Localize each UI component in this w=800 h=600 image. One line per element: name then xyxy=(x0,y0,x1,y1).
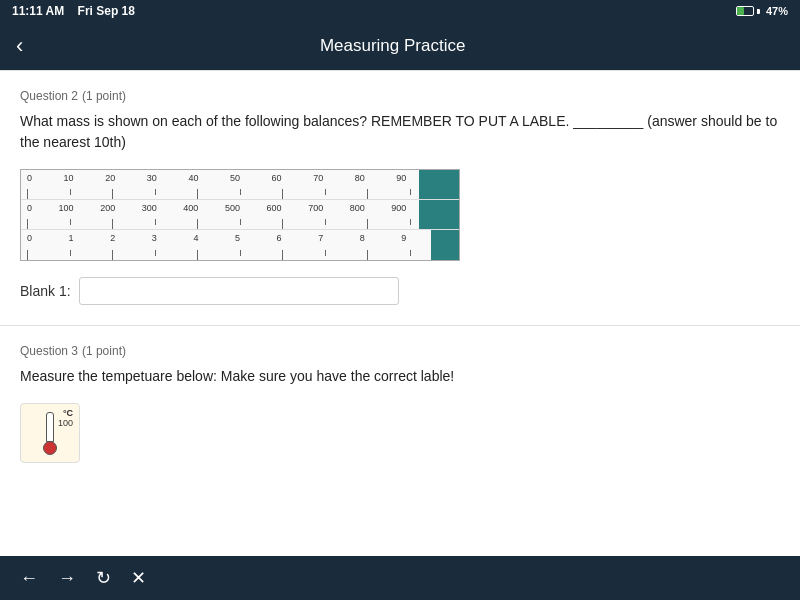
ruler-row-2: 0100200300400 5006007008009001000 xyxy=(21,200,459,230)
thermometer-preview: °C 100 xyxy=(20,403,80,463)
ruler-3-indicator xyxy=(431,230,459,260)
blank-1-row: Blank 1: xyxy=(20,277,780,305)
status-date: Fri Sep 18 xyxy=(78,4,135,18)
therm-value: 100 xyxy=(58,418,73,428)
blank-1-label: Blank 1: xyxy=(20,283,71,299)
status-time-date: 11:11 AM Fri Sep 18 xyxy=(12,4,135,18)
page-title: Measuring Practice xyxy=(39,36,746,56)
ruler-row-1: 010203040 5060708090100 xyxy=(21,170,459,200)
question-3-header: Question 3 (1 point) xyxy=(20,342,780,358)
nav-bar: ‹ Measuring Practice xyxy=(0,22,800,70)
nav-reload-button[interactable]: ↻ xyxy=(96,567,111,589)
status-indicators: 47% xyxy=(736,5,788,17)
ruler-3-labels: 01234 5678910 xyxy=(21,233,459,243)
question-3-block: Question 3 (1 point) Measure the tempetu… xyxy=(0,326,800,483)
blank-1-input[interactable] xyxy=(79,277,399,305)
question-2-text: What mass is shown on each of the follow… xyxy=(20,111,780,153)
content-area: Question 2 (1 point) What mass is shown … xyxy=(0,70,800,556)
bottom-nav-bar: ← → ↻ ✕ xyxy=(0,556,800,600)
ruler-2-ticks xyxy=(21,219,459,229)
ruler-1-ticks xyxy=(21,189,459,199)
nav-close-button[interactable]: ✕ xyxy=(131,567,146,589)
thermometer-tube xyxy=(46,412,54,442)
balance-scales: 010203040 5060708090100 0100200300400 50… xyxy=(20,169,460,261)
therm-degree-label: °C xyxy=(63,408,73,418)
ruler-3-ticks xyxy=(21,250,459,260)
ruler-row-3: 01234 5678910 xyxy=(21,230,459,260)
thermometer-bulb xyxy=(43,441,57,455)
status-bar: 11:11 AM Fri Sep 18 47% xyxy=(0,0,800,22)
question-3-text: Measure the tempetuare below: Make sure … xyxy=(20,366,780,387)
ruler-2-labels: 0100200300400 5006007008009001000 xyxy=(21,203,459,213)
battery-icon xyxy=(736,6,760,16)
ruler-1-labels: 010203040 5060708090100 xyxy=(21,173,459,183)
nav-forward-button[interactable]: → xyxy=(58,568,76,589)
status-time: 11:11 AM xyxy=(12,4,64,18)
question-2-block: Question 2 (1 point) What mass is shown … xyxy=(0,71,800,325)
nav-back-button[interactable]: ← xyxy=(20,568,38,589)
battery-percent: 47% xyxy=(766,5,788,17)
question-2-header: Question 2 (1 point) xyxy=(20,87,780,103)
back-button[interactable]: ‹ xyxy=(16,35,23,57)
ruler-2-indicator xyxy=(419,200,459,229)
ruler-1-indicator xyxy=(419,170,459,199)
